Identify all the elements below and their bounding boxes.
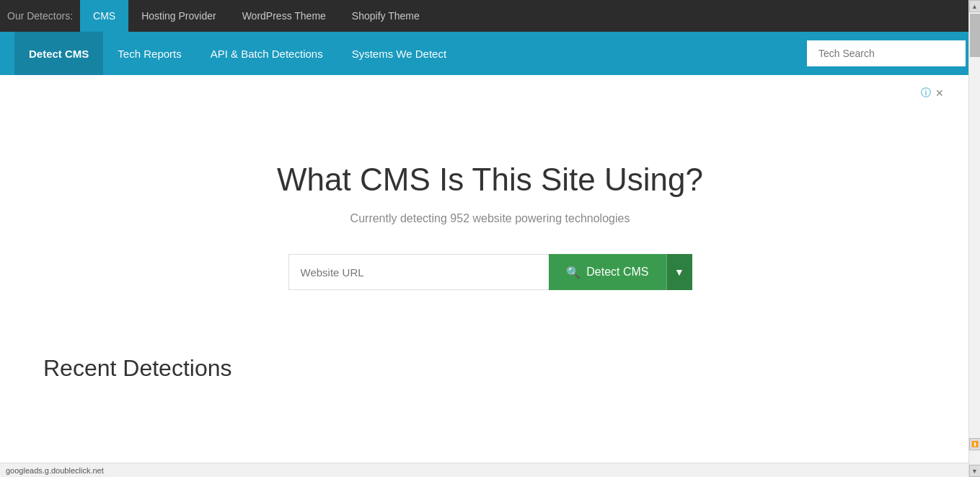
bottom-bar: googleads.g.doubleclick.net [0,463,980,477]
scrollbar-track: ▲ ⏫ ▼ [968,0,980,477]
hero-title: What CMS Is This Site Using? [277,162,703,198]
detect-dropdown-button[interactable]: ▼ [666,254,692,290]
main-nav-item-systems[interactable]: Systems We Detect [337,32,461,75]
top-nav-label: Our Detectors: [7,10,73,22]
top-nav-item-hosting[interactable]: Hosting Provider [128,0,229,32]
main-nav-item-tech-reports[interactable]: Tech Reports [103,32,195,75]
tech-search-input[interactable] [807,40,966,66]
ad-info-icon[interactable]: ⓘ [921,87,931,100]
top-nav-items: CMS Hosting Provider WordPress Theme Sho… [80,0,433,32]
main-nav-left: Detect CMS Tech Reports API & Batch Dete… [14,32,461,75]
top-nav: Our Detectors: CMS Hosting Provider Word… [0,0,980,32]
ad-area: ⓘ ✕ [0,75,980,104]
detect-form: 🔍 Detect CMS ▼ [288,254,692,290]
search-icon: 🔍 [566,266,581,279]
scrollbar-up-button[interactable]: ▲ [969,0,981,12]
ad-controls: ⓘ ✕ [921,82,944,104]
recent-detections-section: Recent Detections [0,333,980,396]
detect-btn-label: Detect CMS [586,266,648,279]
main-nav-item-detect-cms[interactable]: Detect CMS [14,32,103,75]
hero-section: What CMS Is This Site Using? Currently d… [0,104,980,333]
hero-subtitle: Currently detecting 952 website powering… [350,212,630,225]
top-nav-item-cms[interactable]: CMS [80,0,128,32]
main-nav: Detect CMS Tech Reports API & Batch Dete… [0,32,980,75]
url-input[interactable] [288,254,549,290]
ad-close-icon[interactable]: ✕ [935,87,944,99]
chevron-down-icon: ▼ [674,266,684,278]
scrollbar-thumb[interactable] [970,14,980,57]
top-nav-item-shopify[interactable]: Shopify Theme [339,0,433,32]
main-nav-item-api-batch[interactable]: API & Batch Detections [196,32,337,75]
scroll-to-top-button[interactable]: ⏫ [969,438,981,450]
bottom-bar-text: googleads.g.doubleclick.net [6,466,104,475]
detect-cms-button[interactable]: 🔍 Detect CMS [549,254,666,290]
scrollbar-down-button[interactable]: ▼ [969,465,981,477]
recent-detections-title: Recent Detections [43,355,937,382]
top-nav-item-wordpress[interactable]: WordPress Theme [229,0,339,32]
